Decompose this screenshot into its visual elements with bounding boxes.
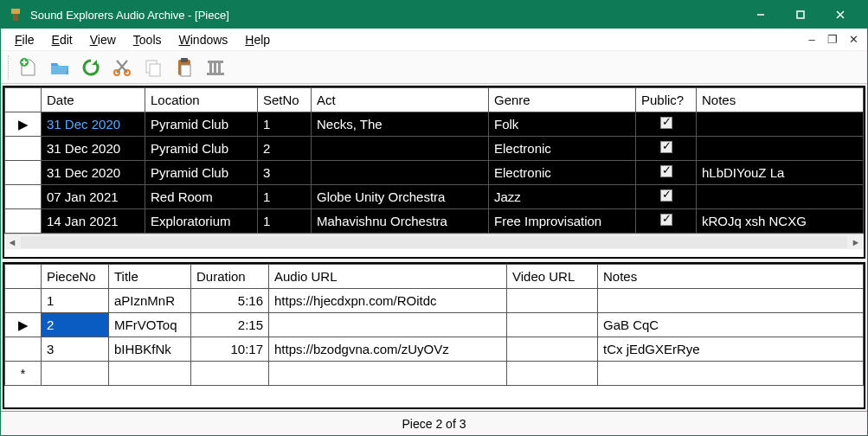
col-duration[interactable]: Duration	[191, 265, 269, 289]
cell-public[interactable]	[636, 161, 697, 185]
table-row[interactable]: 14 Jan 2021Exploratorium1Mahavishnu Orch…	[5, 209, 864, 234]
cell-act[interactable]: Mahavishnu Orchestra	[312, 209, 489, 234]
menu-file[interactable]: File	[6, 30, 43, 49]
table-row[interactable]: 31 Dec 2020Pyramid Club3ElectronichLbDIY…	[5, 161, 864, 185]
close-button[interactable]	[820, 1, 860, 29]
cell-setno[interactable]: 2	[258, 137, 312, 161]
col-notes[interactable]: Notes	[598, 265, 864, 289]
col-location[interactable]: Location	[145, 88, 258, 112]
new-button[interactable]	[15, 54, 42, 81]
cell-title[interactable]: bIHBKfNk	[109, 337, 191, 362]
cell-date[interactable]: 31 Dec 2020	[42, 112, 145, 137]
cell-public[interactable]	[636, 185, 697, 209]
copy-button[interactable]	[139, 54, 167, 81]
cell-notes[interactable]: hLbDIYouZ La	[697, 161, 864, 185]
refresh-button[interactable]	[77, 54, 105, 81]
maximize-button[interactable]	[781, 1, 820, 29]
cell-duration[interactable]: 10:17	[191, 337, 269, 362]
cell-genre[interactable]: Free Improvisation	[489, 209, 636, 234]
menu-tools[interactable]: Tools	[125, 30, 170, 49]
open-button[interactable]	[46, 54, 74, 81]
cell-location[interactable]: Exploratorium	[145, 209, 258, 234]
menu-edit[interactable]: Edit	[43, 30, 81, 49]
table-row[interactable]: 3bIHBKfNk10:17https://bzodgvna.com/zUyOV…	[5, 337, 864, 362]
mdi-restore-icon[interactable]: ❐	[824, 33, 841, 46]
cell-location[interactable]: Pyramid Club	[145, 137, 258, 161]
sets-grid-hscroll[interactable]: ◄ ►	[4, 234, 864, 249]
col-date[interactable]: Date	[42, 88, 145, 112]
cell-genre[interactable]: Electronic	[489, 137, 636, 161]
col-title[interactable]: Title	[109, 265, 191, 289]
cell-setno[interactable]: 3	[258, 161, 312, 185]
col-setno[interactable]: SetNo	[258, 88, 312, 112]
cell-genre[interactable]: Electronic	[489, 161, 636, 185]
cell-audio-url[interactable]	[269, 313, 507, 337]
cell-setno[interactable]: 1	[258, 112, 312, 137]
checkbox-icon[interactable]	[660, 117, 672, 129]
mdi-minimize-icon[interactable]: –	[803, 33, 820, 46]
cell-notes[interactable]	[697, 185, 864, 209]
cell-video-url[interactable]	[507, 337, 598, 362]
cell-notes[interactable]	[598, 289, 864, 313]
cell-location[interactable]: Pyramid Club	[145, 112, 258, 137]
cell-notes[interactable]	[697, 137, 864, 161]
cell-pieceno[interactable]: 1	[42, 289, 109, 313]
cell-public[interactable]	[636, 137, 697, 161]
pieces-grid[interactable]: PieceNo Title Duration Audio URL Video U…	[4, 264, 864, 386]
cell-audio-url[interactable]: https://hjecdxpn.com/ROitdc	[269, 289, 507, 313]
cell-date[interactable]: 07 Jan 2021	[42, 185, 145, 209]
new-row[interactable]: *	[5, 362, 864, 386]
cell-date[interactable]: 31 Dec 2020	[42, 137, 145, 161]
checkbox-icon[interactable]	[660, 141, 672, 153]
cell-title[interactable]: aPIznMnR	[109, 289, 191, 313]
table-row[interactable]: ▶2MFrVOToq2:15GaB CqC	[5, 313, 864, 337]
checkbox-icon[interactable]	[660, 189, 672, 202]
mdi-close-icon[interactable]: ✕	[845, 33, 862, 46]
checkbox-icon[interactable]	[660, 165, 672, 177]
cell-video-url[interactable]	[507, 313, 598, 337]
table-row[interactable]: 1aPIznMnR5:16https://hjecdxpn.com/ROitdc	[5, 289, 864, 313]
scroll-track[interactable]	[21, 236, 847, 248]
audio-url-link[interactable]: https://hjecdxpn.com/ROitdc	[274, 293, 437, 308]
col-notes[interactable]: Notes	[697, 88, 864, 112]
menu-windows[interactable]: Windows	[170, 30, 237, 49]
scroll-right-icon[interactable]: ►	[848, 234, 864, 250]
col-genre[interactable]: Genre	[489, 88, 636, 112]
cell-video-url[interactable]	[507, 289, 598, 313]
audio-url-link[interactable]: https://bzodgvna.com/zUyOVz	[274, 342, 449, 356]
cell-duration[interactable]: 5:16	[191, 289, 269, 313]
cell-title[interactable]: MFrVOToq	[109, 313, 191, 337]
cell-pieceno[interactable]: 3	[42, 337, 109, 362]
cell-setno[interactable]: 1	[258, 185, 312, 209]
table-row[interactable]: 07 Jan 2021Red Room1Globe Unity Orchestr…	[5, 185, 864, 209]
cell-location[interactable]: Red Room	[145, 185, 258, 209]
cut-button[interactable]	[108, 54, 136, 81]
col-audio-url[interactable]: Audio URL	[269, 265, 507, 289]
cell-act[interactable]: Necks, The	[312, 112, 489, 137]
table-row[interactable]: ▶31 Dec 2020Pyramid Club1Necks, TheFolk	[5, 112, 864, 137]
cell-act[interactable]	[312, 137, 489, 161]
menu-view[interactable]: View	[81, 30, 125, 49]
cell-notes[interactable]: GaB CqC	[598, 313, 864, 337]
paste-button[interactable]	[170, 54, 198, 81]
roman-button[interactable]	[202, 54, 229, 81]
table-row[interactable]: 31 Dec 2020Pyramid Club2Electronic	[5, 137, 864, 161]
col-act[interactable]: Act	[312, 88, 489, 112]
cell-genre[interactable]: Jazz	[489, 185, 636, 209]
cell-act[interactable]: Globe Unity Orchestra	[312, 185, 489, 209]
cell-pieceno[interactable]: 2	[42, 313, 109, 337]
sets-grid[interactable]: Date Location SetNo Act Genre Public? No…	[4, 87, 864, 234]
cell-notes[interactable]	[697, 112, 864, 137]
cell-location[interactable]: Pyramid Club	[145, 161, 258, 185]
col-pieceno[interactable]: PieceNo	[42, 265, 109, 289]
cell-setno[interactable]: 1	[258, 209, 312, 234]
cell-notes[interactable]: tCx jEdGXErRye	[598, 337, 864, 362]
cell-act[interactable]	[312, 161, 489, 185]
cell-public[interactable]	[636, 112, 697, 137]
cell-date[interactable]: 14 Jan 2021	[42, 209, 145, 234]
cell-audio-url[interactable]: https://bzodgvna.com/zUyOVz	[269, 337, 507, 362]
cell-genre[interactable]: Folk	[489, 112, 636, 137]
cell-date[interactable]: 31 Dec 2020	[42, 161, 145, 185]
cell-notes[interactable]: kROJq xsh NCXG	[697, 209, 864, 234]
minimize-button[interactable]	[741, 1, 781, 29]
